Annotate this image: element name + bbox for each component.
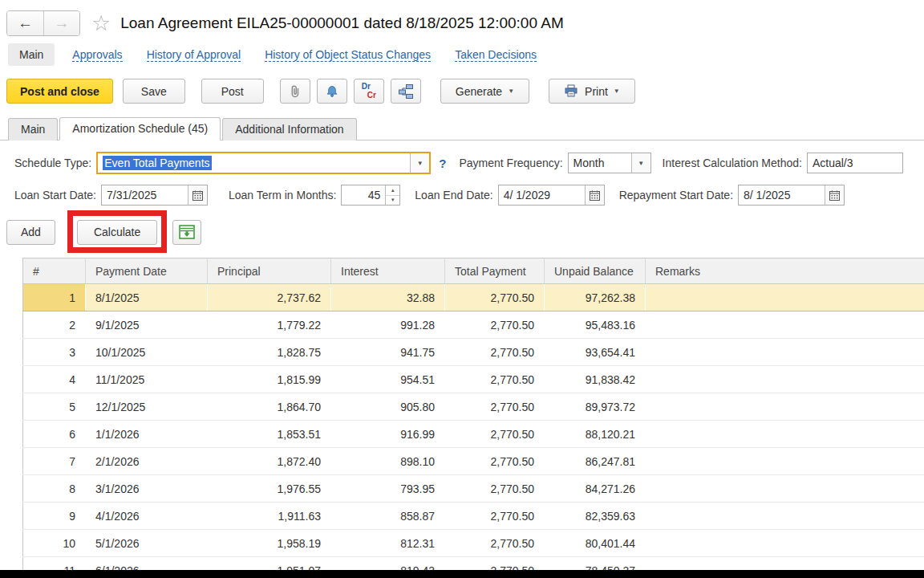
table-cell[interactable]: 2,770.50 [445,448,545,475]
loan-start-date-field[interactable]: 7/31/2025 [101,185,208,206]
table-cell[interactable]: 941.75 [331,339,445,366]
table-cell[interactable]: 954.51 [331,366,445,393]
table-cell[interactable]: 2,770.50 [445,311,545,339]
table-cell[interactable]: 11/1/2025 [86,366,208,393]
table-cell[interactable]: 793.95 [331,475,445,503]
table-cell[interactable]: 1,828.75 [208,339,331,366]
calendar-icon[interactable] [825,185,844,205]
forward-button[interactable]: → [43,11,79,35]
table-cell[interactable]: 86,247.81 [545,448,646,475]
table-cell[interactable]: 32.88 [331,284,445,311]
table-cell[interactable] [646,530,924,557]
tab-additional-information[interactable]: Additional Information [222,118,356,140]
drcr-postings-button[interactable]: DrCr [354,79,384,104]
table-cell[interactable]: 82,359.63 [545,503,646,530]
calendar-icon[interactable] [585,185,604,205]
table-row[interactable]: 94/1/20261,911.63858.872,770.5082,359.63 [23,503,924,530]
post-and-close-button[interactable]: Post and close [6,79,113,104]
nav-tab-main[interactable]: Main [8,43,55,66]
table-cell[interactable]: 1,976.55 [208,475,331,503]
table-row[interactable]: 105/1/20261,958.19812.312,770.5080,401.4… [23,530,924,557]
tab-main[interactable]: Main [8,118,58,140]
nav-tab-history-of-approval[interactable]: History of Approval [147,48,241,62]
table-cell[interactable]: 88,120.21 [545,421,646,448]
row-number-cell[interactable]: 4 [23,366,86,393]
column-header-interest[interactable]: Interest [331,258,445,284]
post-button[interactable]: Post [201,79,264,104]
add-button[interactable]: Add [6,220,55,245]
table-cell[interactable]: 3/1/2026 [86,475,208,503]
reminder-button[interactable] [317,79,347,104]
table-cell[interactable]: 2,770.50 [445,503,545,530]
table-cell[interactable]: 8/1/2025 [86,284,208,311]
table-cell[interactable]: 4/1/2026 [86,503,208,530]
column-header-remarks[interactable]: Remarks [646,258,924,284]
table-cell[interactable] [646,366,924,393]
calendar-icon[interactable] [188,185,207,205]
table-cell[interactable]: 2,770.50 [445,393,545,421]
table-cell[interactable]: 2,770.50 [445,339,545,366]
table-cell[interactable]: 916.99 [331,421,445,448]
chevron-down-icon[interactable]: ▼ [410,153,429,173]
table-cell[interactable]: 991.28 [331,311,445,339]
table-cell[interactable] [646,311,924,339]
row-number-cell[interactable]: 2 [23,311,86,339]
column-header-payment-date[interactable]: Payment Date [86,258,208,284]
table-cell[interactable] [646,448,924,475]
interest-calc-method-field[interactable]: Actual/3 [807,153,903,173]
row-number-cell[interactable]: 5 [23,393,86,421]
loan-term-field[interactable]: 45 ▲ ▼ [341,185,400,206]
table-cell[interactable] [646,339,924,366]
table-row[interactable]: 512/1/20251,864.70905.802,770.5089,973.7… [23,393,924,421]
table-cell[interactable]: 812.31 [331,530,445,557]
table-cell[interactable]: 95,483.16 [545,311,646,339]
table-cell[interactable]: 858.87 [331,503,445,530]
table-cell[interactable]: 898.10 [331,448,445,475]
row-number-cell[interactable]: 8 [23,475,86,503]
table-cell[interactable]: 10/1/2025 [86,339,208,366]
table-cell[interactable]: 1,911.63 [208,503,331,530]
table-cell[interactable]: 2,770.50 [445,421,545,448]
table-cell[interactable]: 93,654.41 [545,339,646,366]
table-cell[interactable]: 2,770.50 [445,530,545,557]
table-cell[interactable]: 1,864.70 [208,393,331,421]
spinner-down-icon[interactable]: ▼ [386,196,399,206]
column-header-principal[interactable]: Principal [208,258,331,284]
table-cell[interactable]: 84,271.26 [545,475,646,503]
table-cell[interactable]: 12/1/2025 [86,393,208,421]
table-cell[interactable]: 1/1/2026 [86,421,208,448]
structure-button[interactable] [391,79,421,104]
generate-button[interactable]: Generate▼ [440,79,529,104]
table-row[interactable]: 310/1/20251,828.75941.752,770.5093,654.4… [23,339,924,366]
table-cell[interactable]: 2,737.62 [208,284,331,311]
save-button[interactable]: Save [123,79,185,104]
table-cell[interactable]: 1,779.22 [208,311,331,339]
nav-tab-approvals[interactable]: Approvals [72,48,122,62]
back-button[interactable]: ← [7,11,43,35]
row-number-cell[interactable]: 6 [23,421,86,448]
table-cell[interactable]: 97,262.38 [545,284,646,311]
print-button[interactable]: Print▼ [549,79,635,104]
table-cell[interactable]: 1,815.99 [208,366,331,393]
row-number-cell[interactable]: 9 [23,503,86,530]
table-cell[interactable]: 1,853.51 [208,421,331,448]
table-cell[interactable] [646,393,924,421]
chevron-down-icon[interactable]: ▼ [631,153,650,173]
row-number-cell[interactable]: 7 [23,448,86,475]
row-number-cell[interactable]: 3 [23,339,86,366]
table-cell[interactable]: 2,770.50 [445,284,545,311]
nav-tab-taken-decisions[interactable]: Taken Decisions [455,48,537,62]
column-header-total-payment[interactable]: Total Payment [445,258,545,284]
row-number-cell[interactable]: 1 [23,284,86,311]
table-cell[interactable]: 5/1/2026 [86,530,208,557]
favorite-star-icon[interactable]: ☆ [91,13,111,35]
help-icon[interactable]: ? [439,157,446,170]
table-cell[interactable]: 905.80 [331,393,445,421]
table-cell[interactable]: 1,872.40 [208,448,331,475]
table-row[interactable]: 411/1/20251,815.99954.512,770.5091,838.4… [23,366,924,393]
table-row[interactable]: 61/1/20261,853.51916.992,770.5088,120.21 [23,421,924,448]
payment-frequency-combobox[interactable]: Month ▼ [568,153,651,173]
spinner-up-icon[interactable]: ▲ [386,185,399,196]
table-row[interactable]: 29/1/20251,779.22991.282,770.5095,483.16 [23,311,924,339]
nav-tab-history-of-object-status-changes[interactable]: History of Object Status Changes [265,48,431,62]
